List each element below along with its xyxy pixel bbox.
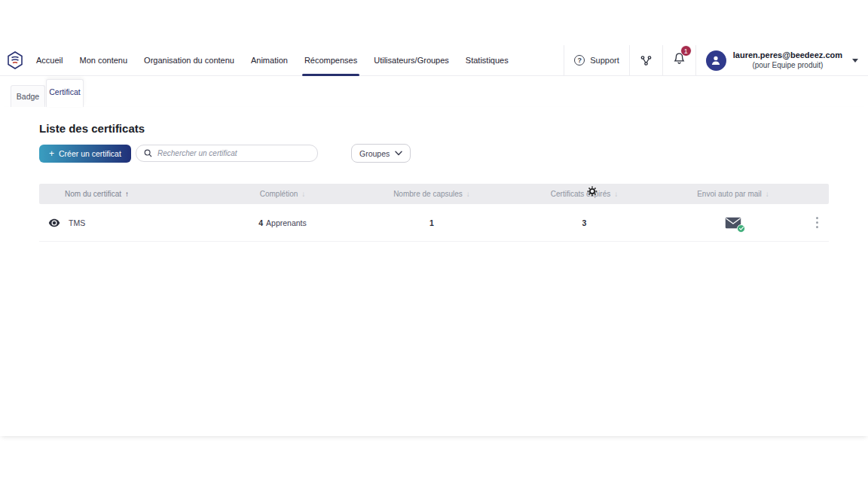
sort-desc-icon: ↓ [614,190,618,198]
column-label: Certificats expirés [551,190,610,198]
groups-label: Groupes [359,149,390,158]
notification-count-badge: 1 [680,45,692,56]
sort-asc-icon: ↑ [125,190,129,198]
sort-desc-icon: ↓ [301,190,305,198]
notifications-button[interactable]: 1 [662,45,695,75]
sort-desc-icon: ↓ [766,190,769,198]
user-icon [710,54,722,66]
user-menu[interactable]: lauren.peres@beedeez.com (pour Equipe pr… [695,45,868,75]
nav-item-utilisateurs-groupes[interactable]: Utilisateurs/Groupes [365,45,457,75]
nav-label: Récompenses [304,56,357,65]
completion-unit: Apprenants [266,218,307,227]
expired-certificates-cell: 3 [507,218,662,227]
nav-item-statistiques[interactable]: Statistiques [457,45,517,75]
column-header-nombre-de-capsules[interactable]: Nombre de capsules ↓ [356,190,507,198]
certificate-name-cell: TMS [39,218,209,227]
certificate-search [136,145,318,162]
tab-badge[interactable]: Badge [11,85,45,107]
column-label: Nombre de capsules [393,190,463,198]
column-header-certificats-expires[interactable]: Certificats expirés ↓ [507,190,662,198]
column-header-nom-du-certificat[interactable]: Nom du certificat ↑ [39,190,209,198]
chevron-down-icon [395,151,402,156]
eye-icon [48,218,60,227]
certificates-panel: Liste des certificats + Créer un certifi… [0,107,868,436]
nav-item-organisation-du-contenu[interactable]: Organisation du contenu [136,45,243,75]
mail-enabled-badge [737,224,745,233]
completion-value: 4 [258,218,263,227]
row-actions-cell [805,214,829,231]
nav-label: Accueil [36,56,63,65]
nav-label: Mon contenu [79,56,127,65]
sitemap-icon [640,54,653,67]
nav-item-accueil[interactable]: Accueil [28,45,71,75]
certificate-name: TMS [69,218,85,227]
tab-certificat[interactable]: Certificat [46,79,84,107]
column-label: Envoi auto par mail [697,190,762,198]
column-header-envoi-auto-par-mail[interactable]: Envoi auto par mail ↓ [662,190,805,198]
auto-mail-toggle[interactable] [725,217,741,229]
search-input[interactable] [157,149,310,157]
beedeez-logo-icon [7,51,23,70]
table-row: TMS 4 Apprenants 1 3 [39,204,829,242]
groups-filter-dropdown[interactable]: Groupes [351,144,411,163]
avatar [706,50,726,71]
beedeez-logo[interactable] [0,45,28,75]
nav-item-mon-contenu[interactable]: Mon contenu [71,45,136,75]
row-menu-button[interactable] [813,214,821,231]
table-header-row: Nom du certificat ↑ Complétion ↓ Nombre … [39,184,829,204]
tab-label: Badge [17,92,39,101]
search-icon [144,149,152,157]
column-label: Complétion [260,190,298,198]
top-navbar: Accueil Mon contenu Organisation du cont… [0,45,868,76]
nav-item-animation[interactable]: Animation [243,45,296,75]
support-label: Support [590,56,619,65]
column-label: Nom du certificat [65,190,121,198]
column-header-completion[interactable]: Complétion ↓ [209,190,356,198]
support-button[interactable]: ? Support [564,45,629,75]
user-email: lauren.peres@beedeez.com [733,50,842,61]
check-icon [739,227,744,230]
page-title: Liste des certificats [39,122,145,135]
nav-label: Organisation du contenu [144,56,234,65]
plus-icon: + [49,148,54,159]
nav-label: Animation [251,56,288,65]
completion-cell: 4 Apprenants [209,218,356,227]
view-certificate-button[interactable] [48,218,60,227]
tab-label: Certificat [49,87,80,96]
certificates-table: Nom du certificat ↑ Complétion ↓ Nombre … [39,184,829,242]
capsules-cell: 1 [356,218,507,227]
auto-mail-cell [662,217,805,229]
nav-label: Statistiques [466,56,509,65]
user-context: (pour Equipe produit) [733,61,842,71]
org-structure-button[interactable] [629,45,662,75]
create-certificate-label: Créer un certificat [59,149,121,158]
nav-label: Utilisateurs/Groupes [374,56,449,65]
create-certificate-button[interactable]: + Créer un certificat [39,145,131,163]
question-circle-icon: ? [574,55,585,66]
nav-item-recompenses[interactable]: Récompenses [296,45,365,75]
caret-down-icon [852,59,858,63]
sort-desc-icon: ↓ [466,190,470,198]
